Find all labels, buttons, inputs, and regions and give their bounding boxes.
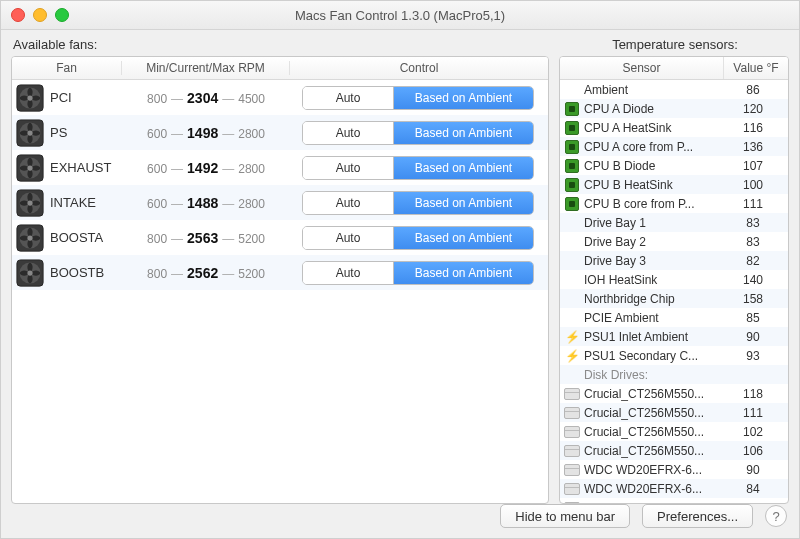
help-button[interactable]: ? (765, 505, 787, 527)
fan-icon (16, 119, 44, 147)
fan-control-auto[interactable]: Auto (303, 262, 394, 284)
cpu-chip-icon (565, 178, 579, 192)
fan-name: BOOSTB (50, 265, 122, 280)
fan-control-based-on-ambient[interactable]: Based on Ambient (394, 192, 533, 214)
fan-control-based-on-ambient[interactable]: Based on Ambient (394, 122, 533, 144)
sensor-row[interactable]: Drive Bay 183 (560, 213, 788, 232)
fan-name: PCI (50, 90, 122, 105)
sensor-name: CPU A core from P... (584, 140, 724, 154)
sensor-row[interactable]: CPU B HeatSink100 (560, 175, 788, 194)
temperature-sensors-label: Temperature sensors: (561, 37, 789, 52)
fan-col-header[interactable]: Fan (12, 61, 122, 75)
fan-rpm: 800—2304—4500 (122, 90, 290, 106)
sensor-row[interactable]: Crucial_CT256M550...111 (560, 403, 788, 422)
fan-row[interactable]: PS600—1498—2800AutoBased on Ambient (12, 115, 548, 150)
power-bolt-icon: ⚡ (565, 349, 580, 363)
fan-control-based-on-ambient[interactable]: Based on Ambient (394, 157, 533, 179)
sensor-value: 85 (724, 311, 788, 325)
sensor-value: 111 (724, 197, 788, 211)
sensor-group-label: Disk Drives: (584, 368, 724, 382)
fan-control-auto[interactable]: Auto (303, 227, 394, 249)
fan-control-based-on-ambient[interactable]: Based on Ambient (394, 262, 533, 284)
titlebar: Macs Fan Control 1.3.0 (MacPro5,1) (1, 1, 799, 30)
fan-name: PS (50, 125, 122, 140)
control-col-header[interactable]: Control (290, 61, 548, 75)
sensor-row[interactable]: WDC WD30EFRX-6...88 (560, 498, 788, 503)
minimize-window-button[interactable] (33, 8, 47, 22)
fan-control-auto[interactable]: Auto (303, 87, 394, 109)
sensor-row[interactable]: WDC WD20EFRX-6...84 (560, 479, 788, 498)
fan-control-segmented[interactable]: AutoBased on Ambient (302, 121, 534, 145)
fan-control-segmented[interactable]: AutoBased on Ambient (302, 261, 534, 285)
preferences-button[interactable]: Preferences... (642, 504, 753, 528)
sensor-row[interactable]: Northbridge Chip158 (560, 289, 788, 308)
sensor-name: Drive Bay 3 (584, 254, 724, 268)
sensor-row[interactable]: WDC WD20EFRX-6...90 (560, 460, 788, 479)
sensor-value: 90 (724, 463, 788, 477)
sensor-value: 82 (724, 254, 788, 268)
sensor-row[interactable]: CPU B core from P...111 (560, 194, 788, 213)
disk-drive-icon (564, 426, 580, 438)
sensor-row[interactable]: Drive Bay 382 (560, 251, 788, 270)
sensor-row[interactable]: ⚡PSU1 Secondary C...93 (560, 346, 788, 365)
fan-control-auto[interactable]: Auto (303, 192, 394, 214)
sensor-name: Northbridge Chip (584, 292, 724, 306)
sensor-name: Crucial_CT256M550... (584, 387, 724, 401)
sensor-row[interactable]: Drive Bay 283 (560, 232, 788, 251)
sensor-name: Crucial_CT256M550... (584, 406, 724, 420)
sensor-row[interactable]: CPU A Diode120 (560, 99, 788, 118)
sensor-name: Drive Bay 1 (584, 216, 724, 230)
close-window-button[interactable] (11, 8, 25, 22)
hide-to-menubar-button[interactable]: Hide to menu bar (500, 504, 630, 528)
sensor-value: 86 (724, 83, 788, 97)
fan-control-based-on-ambient[interactable]: Based on Ambient (394, 87, 533, 109)
fan-row[interactable]: BOOSTA800—2563—5200AutoBased on Ambient (12, 220, 548, 255)
fans-panel: Fan Min/Current/Max RPM Control PCI800—2… (11, 56, 549, 504)
disk-drive-icon (564, 464, 580, 476)
sensor-row[interactable]: CPU A core from P...136 (560, 137, 788, 156)
sensor-row[interactable]: Crucial_CT256M550...102 (560, 422, 788, 441)
fan-icon (16, 154, 44, 182)
sensor-row[interactable]: IOH HeatSink140 (560, 270, 788, 289)
sensor-row[interactable]: Ambient86 (560, 80, 788, 99)
disk-drive-icon (564, 502, 580, 504)
fan-row[interactable]: PCI800—2304—4500AutoBased on Ambient (12, 80, 548, 115)
sensor-row[interactable]: Crucial_CT256M550...106 (560, 441, 788, 460)
fan-row[interactable]: BOOSTB800—2562—5200AutoBased on Ambient (12, 255, 548, 290)
sensor-value: 118 (724, 387, 788, 401)
fan-row[interactable]: INTAKE600—1488—2800AutoBased on Ambient (12, 185, 548, 220)
fan-control-based-on-ambient[interactable]: Based on Ambient (394, 227, 533, 249)
cpu-chip-icon (565, 159, 579, 173)
sensor-col-header[interactable]: Sensor (560, 57, 724, 79)
sensor-value: 158 (724, 292, 788, 306)
fan-control-segmented[interactable]: AutoBased on Ambient (302, 191, 534, 215)
sensor-row[interactable]: ⚡PSU1 Inlet Ambient90 (560, 327, 788, 346)
fan-control-auto[interactable]: Auto (303, 122, 394, 144)
sensor-value: 88 (724, 501, 788, 504)
rpm-col-header[interactable]: Min/Current/Max RPM (122, 61, 290, 75)
sensor-value: 116 (724, 121, 788, 135)
sensor-row[interactable]: PCIE Ambient85 (560, 308, 788, 327)
sensor-value: 84 (724, 482, 788, 496)
fan-control-segmented[interactable]: AutoBased on Ambient (302, 86, 534, 110)
disk-drive-icon (564, 445, 580, 457)
sensor-value: 83 (724, 216, 788, 230)
sensor-row[interactable]: Crucial_CT256M550...118 (560, 384, 788, 403)
zoom-window-button[interactable] (55, 8, 69, 22)
sensor-name: Drive Bay 2 (584, 235, 724, 249)
fan-control-auto[interactable]: Auto (303, 157, 394, 179)
sensor-row[interactable]: CPU B Diode107 (560, 156, 788, 175)
cpu-chip-icon (565, 197, 579, 211)
sensor-name: Crucial_CT256M550... (584, 444, 724, 458)
sensor-row[interactable]: CPU A HeatSink116 (560, 118, 788, 137)
fan-rpm: 800—2562—5200 (122, 265, 290, 281)
fan-control-segmented[interactable]: AutoBased on Ambient (302, 156, 534, 180)
fan-row[interactable]: EXHAUST600—1492—2800AutoBased on Ambient (12, 150, 548, 185)
available-fans-label: Available fans: (13, 37, 549, 52)
power-bolt-icon: ⚡ (565, 330, 580, 344)
value-col-header[interactable]: Value °F (724, 57, 788, 79)
fan-control-segmented[interactable]: AutoBased on Ambient (302, 226, 534, 250)
cpu-chip-icon (565, 102, 579, 116)
sensor-value: 90 (724, 330, 788, 344)
fan-name: BOOSTA (50, 230, 122, 245)
